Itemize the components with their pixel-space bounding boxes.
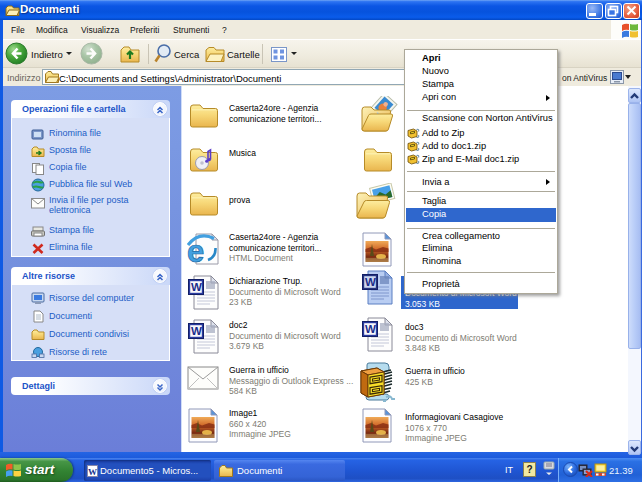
svg-text:W: W: [191, 281, 202, 293]
svg-text:W: W: [365, 323, 376, 335]
svg-text:W: W: [88, 467, 97, 477]
svg-text:W: W: [191, 325, 202, 337]
svg-text:W: W: [365, 276, 376, 288]
